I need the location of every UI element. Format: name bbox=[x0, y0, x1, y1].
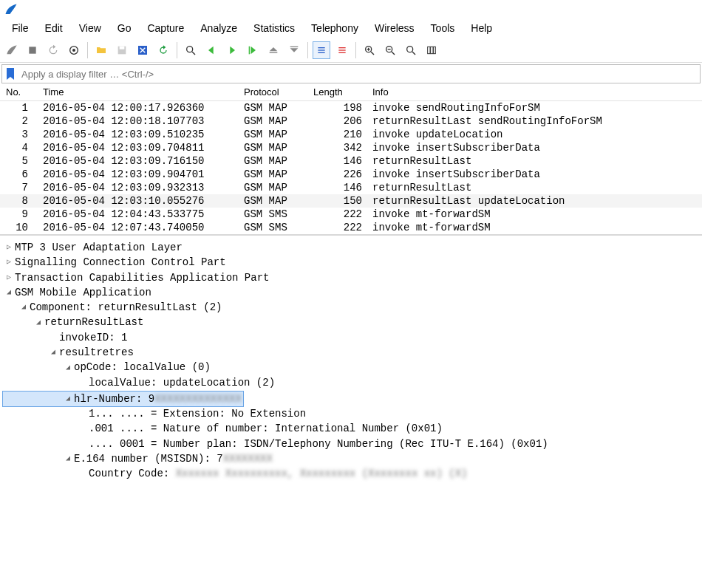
go-first-icon[interactable] bbox=[265, 41, 282, 59]
svg-line-7 bbox=[192, 52, 195, 55]
packet-list[interactable]: No. Time Protocol Length Info 12016-05-0… bbox=[0, 85, 702, 236]
tree-row[interactable]: Country Code: Xxxxxxx Xxxxxxxxxx, Xxxxxx… bbox=[3, 466, 699, 481]
find-icon[interactable] bbox=[182, 41, 200, 59]
zoom-in-icon[interactable] bbox=[361, 41, 378, 59]
expand-icon[interactable]: ▷ bbox=[4, 257, 13, 267]
packet-row[interactable]: 22016-05-04 12:00:18.107703GSM MAP206ret… bbox=[0, 114, 702, 128]
toolbar-separator bbox=[355, 42, 356, 58]
tree-row[interactable]: ◢opCode: localValue (0) bbox=[3, 360, 699, 375]
zoom-reset-icon[interactable] bbox=[402, 41, 420, 59]
packet-row[interactable]: 52016-05-04 12:03:09.716150GSM MAP146ret… bbox=[0, 154, 702, 168]
options-icon[interactable] bbox=[65, 41, 83, 59]
tree-label: E.164 number (MSISDN): 7 bbox=[74, 451, 223, 466]
restart-icon[interactable] bbox=[44, 41, 62, 59]
tree-row[interactable]: .... 0001 = Number plan: ISDN/Telephony … bbox=[3, 437, 699, 451]
tree-row[interactable]: ◢hlr-Number: 9XXXXXXXXXXXXXX bbox=[2, 391, 244, 407]
col-protocol[interactable]: Protocol bbox=[244, 86, 310, 98]
toolbar bbox=[0, 40, 702, 63]
go-back-icon[interactable] bbox=[202, 41, 220, 59]
packet-row[interactable]: 92016-05-04 12:04:43.533775GSM SMS222inv… bbox=[0, 208, 702, 221]
svg-line-18 bbox=[371, 52, 374, 55]
menu-statistics[interactable]: Statistics bbox=[246, 21, 302, 35]
colorize-icon[interactable] bbox=[333, 41, 351, 59]
col-info[interactable]: Info bbox=[369, 86, 702, 98]
tree-row[interactable]: ▷Transaction Capabilities Application Pa… bbox=[3, 270, 699, 285]
svg-rect-26 bbox=[428, 47, 430, 53]
app-icon bbox=[4, 3, 18, 15]
tree-row[interactable]: ◢E.164 number (MSISDN): 7XXXXXXXX bbox=[3, 451, 699, 466]
go-to-icon[interactable] bbox=[244, 41, 262, 59]
packet-row[interactable]: 82016-05-04 12:03:10.055276GSM MAP150ret… bbox=[0, 194, 702, 208]
tree-row[interactable]: localValue: updateLocation (2) bbox=[3, 375, 699, 390]
tree-row[interactable]: ◢GSM Mobile Application bbox=[3, 285, 699, 300]
open-icon[interactable] bbox=[92, 41, 110, 59]
stop-icon[interactable] bbox=[24, 41, 41, 59]
svg-rect-8 bbox=[249, 47, 250, 55]
filter-bar bbox=[1, 64, 701, 83]
collapse-icon[interactable]: ◢ bbox=[34, 318, 43, 328]
tree-row[interactable]: ◢returnResultLast bbox=[3, 315, 699, 329]
packet-row[interactable]: 62016-05-04 12:03:09.904701GSM MAP226inv… bbox=[0, 168, 702, 181]
menu-tools[interactable]: Tools bbox=[423, 21, 463, 35]
close-icon[interactable] bbox=[134, 41, 151, 59]
resize-columns-icon[interactable] bbox=[423, 41, 440, 59]
expand-icon[interactable]: ▷ bbox=[4, 242, 13, 253]
tree-row[interactable]: ▷Signalling Connection Control Part bbox=[3, 255, 699, 270]
expand-icon[interactable]: ▷ bbox=[4, 273, 13, 283]
svg-rect-0 bbox=[29, 47, 35, 53]
collapse-icon[interactable]: ◢ bbox=[4, 287, 13, 298]
svg-line-25 bbox=[412, 52, 415, 55]
collapse-icon[interactable]: ◢ bbox=[19, 302, 28, 312]
tree-label: .... 0001 = Number plan: ISDN/Telephony … bbox=[89, 437, 548, 451]
tree-row[interactable]: ◢resultretres bbox=[3, 345, 699, 360]
packet-row[interactable]: 32016-05-04 12:03:09.510235GSM MAP210inv… bbox=[0, 128, 702, 141]
menu-capture[interactable]: Capture bbox=[140, 21, 191, 35]
bookmark-icon[interactable] bbox=[2, 68, 18, 80]
display-filter-input[interactable] bbox=[18, 67, 700, 81]
col-no[interactable]: No. bbox=[0, 86, 37, 98]
go-last-icon[interactable] bbox=[285, 41, 303, 59]
tree-row[interactable]: .001 .... = Nature of number: Internatio… bbox=[3, 421, 699, 436]
packet-row[interactable]: 72016-05-04 12:03:09.932313GSM MAP146ret… bbox=[0, 181, 702, 194]
tree-row[interactable]: ▷MTP 3 User Adaptation Layer bbox=[3, 240, 699, 255]
go-forward-icon[interactable] bbox=[223, 41, 241, 59]
svg-rect-9 bbox=[270, 52, 278, 53]
tree-row[interactable]: 1... .... = Extension: No Extension bbox=[3, 406, 699, 421]
save-icon[interactable] bbox=[113, 41, 131, 59]
autoscroll-icon[interactable] bbox=[313, 41, 330, 59]
tree-label: opCode: localValue (0) bbox=[74, 360, 211, 375]
zoom-out-icon[interactable] bbox=[381, 41, 399, 59]
packet-row[interactable]: 102016-05-04 12:07:43.740050GSM SMS222in… bbox=[0, 221, 702, 234]
reload-icon[interactable] bbox=[154, 41, 172, 59]
redacted-text: Xxxxxxx Xxxxxxxxxx, Xxxxxxxxx (Xxxxxxxx … bbox=[176, 466, 468, 481]
packet-row[interactable]: 12016-05-04 12:00:17.926360GSM MAP198inv… bbox=[0, 101, 702, 114]
menu-go[interactable]: Go bbox=[110, 21, 139, 35]
menu-analyze[interactable]: Analyze bbox=[193, 21, 245, 35]
collapse-icon[interactable]: ◢ bbox=[64, 394, 72, 404]
tree-label: GSM Mobile Application bbox=[15, 285, 151, 300]
svg-rect-4 bbox=[120, 47, 125, 49]
fin-icon[interactable] bbox=[3, 41, 21, 59]
collapse-icon[interactable]: ◢ bbox=[49, 347, 58, 358]
menu-edit[interactable]: Edit bbox=[38, 21, 70, 35]
menu-telephony[interactable]: Telephony bbox=[304, 21, 366, 35]
svg-point-24 bbox=[407, 47, 413, 52]
tree-row[interactable]: ◢Component: returnResultLast (2) bbox=[3, 300, 699, 315]
collapse-icon[interactable]: ◢ bbox=[64, 454, 72, 464]
packet-list-header[interactable]: No. Time Protocol Length Info bbox=[0, 85, 702, 101]
menu-wireless[interactable]: Wireless bbox=[367, 21, 422, 35]
menu-view[interactable]: View bbox=[72, 21, 109, 35]
svg-point-2 bbox=[72, 49, 75, 52]
tree-label: MTP 3 User Adaptation Layer bbox=[15, 240, 183, 255]
col-time[interactable]: Time bbox=[37, 86, 244, 98]
tree-label: .001 .... = Nature of number: Internatio… bbox=[89, 421, 443, 436]
collapse-icon[interactable]: ◢ bbox=[64, 363, 72, 373]
col-length[interactable]: Length bbox=[310, 86, 369, 98]
tree-row[interactable]: invokeID: 1 bbox=[3, 330, 699, 345]
packet-row[interactable]: 42016-05-04 12:03:09.704811GSM MAP342inv… bbox=[0, 141, 702, 154]
tree-label: resultretres bbox=[59, 345, 134, 360]
menu-file[interactable]: File bbox=[4, 21, 36, 35]
svg-line-22 bbox=[392, 52, 395, 55]
packet-details[interactable]: ▷MTP 3 User Adaptation Layer▷Signalling … bbox=[0, 236, 702, 482]
menu-help[interactable]: Help bbox=[463, 21, 500, 35]
